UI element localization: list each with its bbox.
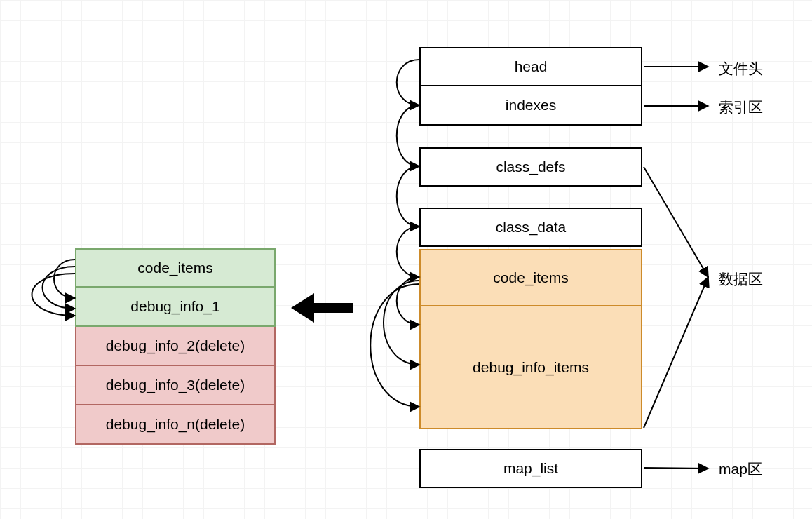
left-label-debug-info-2: debug_info_2(delete) (106, 337, 245, 354)
label-data-area: 数据区 (719, 269, 763, 289)
left-label-code-items: code_items (137, 260, 212, 276)
label-map-area: map区 (719, 459, 762, 479)
left-label-debug-info-3: debug_info_3(delete) (106, 377, 245, 393)
left-box-debug-info-n: debug_info_n(delete) (75, 405, 276, 445)
label-class-data: class_data (496, 219, 566, 236)
label-map-list: map_list (503, 460, 558, 477)
box-class-defs: class_defs (419, 147, 642, 187)
left-box-debug-info-2: debug_info_2(delete) (75, 327, 276, 366)
label-indexes: indexes (506, 97, 556, 114)
box-indexes: indexes (419, 86, 642, 126)
box-map-list: map_list (419, 449, 642, 488)
box-code-items: code_items (419, 249, 642, 306)
label-code-items: code_items (493, 269, 568, 286)
label-file-header: 文件头 (719, 59, 763, 79)
label-debug-info-items: debug_info_items (473, 359, 589, 376)
box-class-data: class_data (419, 208, 642, 247)
label-class-defs: class_defs (496, 159, 565, 175)
left-label-debug-info-n: debug_info_n(delete) (106, 416, 245, 433)
label-index-area: 索引区 (719, 97, 763, 117)
box-head: head (419, 47, 642, 86)
left-box-code-items: code_items (75, 248, 276, 288)
left-label-debug-info-1: debug_info_1 (130, 298, 219, 315)
label-head: head (515, 58, 548, 75)
left-box-debug-info-1: debug_info_1 (75, 288, 276, 327)
box-debug-info-items: debug_info_items (419, 306, 642, 429)
left-box-debug-info-3: debug_info_3(delete) (75, 366, 276, 405)
